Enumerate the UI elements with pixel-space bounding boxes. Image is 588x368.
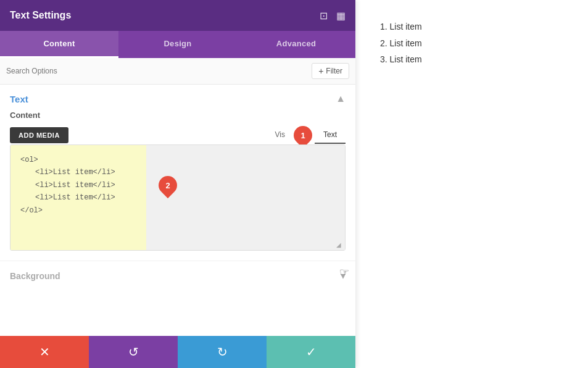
save-button[interactable]: ✓: [267, 336, 355, 368]
undo-button[interactable]: ↺: [89, 336, 178, 368]
step-badge-2-label: 2: [165, 181, 170, 190]
filter-label: Filter: [326, 67, 342, 75]
list-item-1: 1. List item: [380, 19, 563, 35]
panel-header: Text Settings ⊡ ▦: [0, 0, 355, 31]
search-bar: + Filter: [0, 58, 355, 85]
step-badge-1-label: 1: [300, 131, 305, 140]
add-media-button[interactable]: ADD MEDIA: [10, 127, 68, 143]
code-line-2: <li>List item</li>: [20, 166, 136, 178]
tab-design[interactable]: Design: [118, 31, 237, 58]
redo-button[interactable]: ↻: [178, 336, 267, 368]
panel-title: Text Settings: [10, 10, 71, 21]
text-section-chevron[interactable]: ▲: [336, 93, 346, 104]
text-editor-code: <ol> <li>List item</li> <li>List item</l…: [10, 145, 146, 250]
editor-tab-text[interactable]: Text: [315, 127, 346, 144]
code-line-5: </ol>: [20, 204, 136, 217]
resize-handle[interactable]: ◢: [336, 241, 342, 248]
search-input[interactable]: [6, 67, 307, 75]
editor-tab-visual[interactable]: Vis: [267, 127, 294, 144]
code-line-3: <li>List item</li>: [20, 179, 136, 191]
tabs-bar: Content Design Advanced: [0, 31, 355, 58]
code-line-4: <li>List item</li>: [20, 191, 136, 204]
tab-content[interactable]: Content: [0, 31, 118, 58]
background-section: Background ▾: [0, 261, 355, 290]
background-title: Background: [10, 271, 60, 281]
header-icons: ⊡ ▦: [320, 10, 346, 22]
editor-toolbar: ADD MEDIA Vis 1 Text: [10, 126, 346, 144]
text-section: Text ▲ Content ADD MEDIA Vis 1: [0, 85, 355, 261]
tab-advanced[interactable]: Advanced: [237, 31, 355, 58]
filter-button[interactable]: + Filter: [312, 63, 349, 79]
bottom-toolbar: ✕ ↺ ↻ ✓: [0, 336, 355, 368]
list-item-3: 3. List item: [380, 51, 563, 68]
panel-content: Text ▲ Content ADD MEDIA Vis 1: [0, 85, 355, 368]
code-line-1: <ol>: [20, 154, 136, 166]
content-label: Content: [0, 111, 355, 126]
text-section-title: Text: [10, 94, 28, 104]
preview-list: 1. List item 2. List item 3. List item: [380, 19, 563, 68]
editor-area: ADD MEDIA Vis 1 Text: [0, 126, 355, 261]
settings-panel: Text Settings ⊡ ▦ Content Design Advance…: [0, 0, 355, 368]
content-area: 1. List item 2. List item 3. List item: [355, 0, 588, 368]
editor-tabs: Vis 1 Text: [267, 126, 346, 144]
text-section-header: Text ▲: [0, 85, 355, 111]
text-editor-container[interactable]: <ol> <li>List item</li> <li>List item</l…: [10, 144, 346, 251]
filter-plus-icon: +: [318, 66, 323, 76]
text-editor-gray-area: 2: [146, 145, 345, 250]
cancel-button[interactable]: ✕: [0, 336, 89, 368]
cursor-icon: ☞: [339, 266, 349, 279]
list-item-2: 2. List item: [380, 35, 563, 52]
expand-icon[interactable]: ⊡: [320, 10, 328, 22]
grid-icon[interactable]: ▦: [336, 10, 346, 22]
